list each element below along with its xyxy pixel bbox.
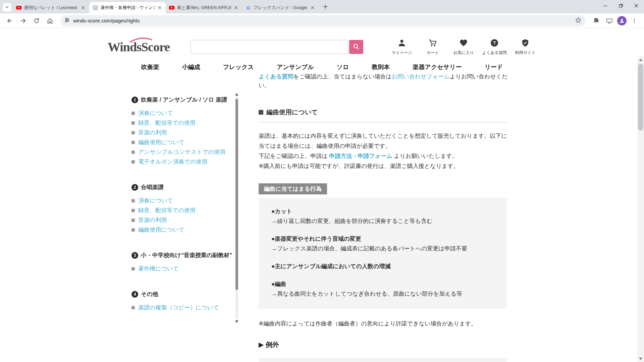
nav-item-reed[interactable]: リード <box>484 63 503 71</box>
application-form-link[interactable]: 申請方法・申請フォーム <box>329 153 392 159</box>
utility-label: カート <box>427 50 439 56</box>
site-logo[interactable]: WindsScore <box>108 40 170 54</box>
profile-avatar[interactable] <box>617 16 627 25</box>
browser-tab-3[interactable]: 春と夏/Mrs. GREEN APPLE【大阪... <box>166 2 242 13</box>
scrollbar-down-icon[interactable] <box>637 355 644 362</box>
sidebar-link-text[interactable]: 編曲使用について <box>138 138 184 146</box>
sidebar-scroll-track[interactable] <box>235 96 238 319</box>
next-section-box-clipped <box>259 358 507 362</box>
sidebar-scrollbar[interactable] <box>235 92 239 323</box>
scrollbar-thumb[interactable] <box>638 64 643 131</box>
search-button[interactable] <box>349 40 363 54</box>
favorites-button[interactable]: お気に入り <box>452 39 475 56</box>
utility-label: お気に入り <box>453 50 474 56</box>
nav-item-shohensei[interactable]: 小編成 <box>182 63 200 71</box>
faq-button[interactable]: ? よくある質問 <box>483 39 505 56</box>
new-tab-button[interactable] <box>321 3 330 12</box>
scrollbar-track[interactable] <box>637 63 644 355</box>
sidebar-link-text[interactable]: アンサンブルコンテストでの使用 <box>138 148 225 156</box>
paragraph-purchase-note: ※購入前にも申請は可能ですが、許諾書の発行は、楽譜ご購入後となります。 <box>259 161 507 171</box>
close-window-button[interactable] <box>629 0 644 11</box>
browser-tab-4[interactable]: G フレックスバンド - Google 検索 <box>242 2 319 13</box>
sidebar-link-text[interactable]: 楽譜の複製（コピー）について <box>138 304 219 311</box>
sidebar-links: 演奏について 録音、配信等での使用 音源の利用 編曲使用について <box>131 196 242 235</box>
nav-item-suisogaku[interactable]: 吹奏楽 <box>141 63 159 71</box>
nav-item-solo[interactable]: ソロ <box>336 63 349 71</box>
sidebar-link-text[interactable]: 音源の利用 <box>138 129 167 136</box>
tab-close-icon[interactable] <box>80 5 86 10</box>
search-input[interactable] <box>191 40 348 54</box>
nav-item-flex[interactable]: フレックス <box>223 63 254 71</box>
paragraph-text: 下記をご確認の上、申請は <box>259 153 329 159</box>
sidebar-link-text[interactable]: 編曲使用について <box>138 226 184 234</box>
sidebar-scroll-thumb[interactable] <box>235 99 238 290</box>
sidebar-link-text[interactable]: 著作権について <box>138 265 179 273</box>
sidebar-link[interactable]: 編曲使用について <box>131 225 242 235</box>
sidebar-link-text[interactable]: 演奏について <box>138 109 173 117</box>
nav-item-accessory[interactable]: 楽器アクセサリー <box>413 63 462 71</box>
sidebar-link[interactable]: 著作権について <box>131 264 242 274</box>
sidebar-link[interactable]: 録音、配信等での使用 <box>131 118 242 128</box>
tab-title: 透明なパレット / Leo/need × 鏡... <box>24 5 78 11</box>
svg-text:?: ? <box>493 40 496 46</box>
heart-icon <box>459 39 468 50</box>
bookmark-star-icon[interactable] <box>575 17 582 25</box>
tab-search-button[interactable] <box>3 3 11 12</box>
sidebar-section-title: 小・中学校向け”音楽授業の副教材” <box>141 251 232 259</box>
case-item-instrument-change: ●楽器変更やそれに伴う音域の変更 →フレックス楽譜の場合、編成表に記載のある各パ… <box>271 234 497 253</box>
section-paragraphs: 楽譜は、基本的には内容を変えずに演奏していただくことを想定して販売しております。… <box>259 131 507 171</box>
faq-link[interactable]: よくある質問 <box>259 74 293 80</box>
maximize-button[interactable] <box>613 0 629 11</box>
guide-button[interactable]: 利用ガイド <box>514 39 536 56</box>
tab-close-icon[interactable] <box>157 5 162 10</box>
tab-close-icon[interactable] <box>310 5 315 10</box>
tab-close-icon[interactable] <box>233 5 239 10</box>
cart-button[interactable]: カート <box>422 39 444 56</box>
home-button[interactable] <box>44 15 56 26</box>
logo-pink-swoosh-icon <box>129 37 153 44</box>
site-header: WindsScore マイページ <box>0 28 644 60</box>
clipped-intro-line: よくある質問をご確認の上、当てはまらない場合はお問い合わせフォームよりお問い合わ… <box>259 74 507 80</box>
browser-tab-active[interactable]: 著作権・各種申請 - ウィンズスコア <box>89 2 166 13</box>
sidebar-scroll-up-icon[interactable] <box>235 92 238 96</box>
sidebar-link[interactable]: 電子オルガン演奏での使用 <box>131 157 242 167</box>
sidebar-link[interactable]: アンサンブルコンテストでの使用 <box>131 147 242 157</box>
sidebar-link-text[interactable]: 電子オルガン演奏での使用 <box>138 158 207 166</box>
sidebar-link[interactable]: 演奏について <box>131 108 242 118</box>
sidebar-link[interactable]: 楽譜の複製（コピー）について <box>131 303 242 312</box>
nav-item-ensemble[interactable]: アンサンブル <box>277 63 314 71</box>
back-button[interactable] <box>4 15 15 26</box>
forward-button[interactable] <box>17 15 29 26</box>
tab-title: 著作権・各種申請 - ウィンズスコア <box>101 5 155 11</box>
sidebar-scroll-down-icon[interactable] <box>235 319 238 323</box>
case-title: ●楽器変更やそれに伴う音域の変更 <box>271 234 497 244</box>
mypage-button[interactable]: マイページ <box>391 39 413 56</box>
number-badge: 4 <box>131 291 138 298</box>
browser-tab-1[interactable]: 透明なパレット / Leo/need × 鏡... <box>13 2 89 13</box>
sidebar-link[interactable]: 音源の利用 <box>131 215 242 225</box>
square-section-icon <box>259 110 263 115</box>
sidebar-link-text[interactable]: 音源の利用 <box>138 216 167 224</box>
reload-button[interactable] <box>31 15 42 26</box>
menu-kebab-icon[interactable] <box>629 15 640 26</box>
sidebar-link[interactable]: 録音、配信等での使用 <box>131 205 242 215</box>
sidebar-link[interactable]: 音源の利用 <box>131 128 242 137</box>
minimize-button[interactable] <box>598 0 613 11</box>
contact-form-link[interactable]: お問い合わせフォーム <box>392 74 450 80</box>
browser-tab-bar: 透明なパレット / Leo/need × 鏡... 著作権・各種申請 - ウィン… <box>0 0 644 13</box>
site-settings-tune-icon[interactable] <box>64 17 70 24</box>
nav-item-kyosokuhon[interactable]: 教則本 <box>372 63 390 71</box>
extensions-puzzle-icon[interactable] <box>590 15 602 26</box>
sidebar-link-text[interactable]: 演奏について <box>138 197 173 204</box>
address-bar[interactable]: winds-score.com/pages/rights <box>60 15 586 26</box>
sidebar-link-text[interactable]: 録音、配信等での使用 <box>138 119 196 127</box>
sidebar-link[interactable]: 編曲使用について <box>131 137 242 147</box>
page-scrollbar[interactable] <box>637 56 644 362</box>
send-to-device-icon[interactable] <box>604 15 615 26</box>
square-bullet-icon <box>131 219 135 222</box>
square-bullet-icon <box>131 199 135 202</box>
scrollbar-up-icon[interactable] <box>637 56 644 63</box>
sidebar-link[interactable]: 演奏について <box>131 196 242 205</box>
sidebar-section-1-header: 1 吹奏楽 / アンサンブル / ソロ 楽譜 <box>131 96 242 104</box>
sidebar-link-text[interactable]: 録音、配信等での使用 <box>138 206 196 214</box>
